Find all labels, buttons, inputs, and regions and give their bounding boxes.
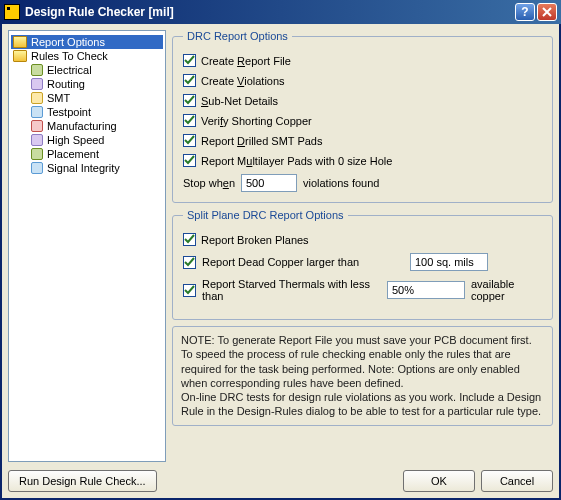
report-multilayer-label: Report Multilayer Pads with 0 size Hole xyxy=(201,155,392,167)
verify-shorting-checkbox[interactable] xyxy=(183,114,196,127)
rule-icon xyxy=(31,106,43,118)
tree-item-label: High Speed xyxy=(47,134,105,146)
split-legend: Split Plane DRC Report Options xyxy=(183,209,348,221)
rule-icon xyxy=(31,148,43,160)
tree-item-testpoint[interactable]: Testpoint xyxy=(11,105,163,119)
cancel-button[interactable]: Cancel xyxy=(481,470,553,492)
note-line-3: On-line DRC tests for design rule violat… xyxy=(181,390,544,419)
rule-icon xyxy=(31,64,43,76)
window-title: Design Rule Checker [mil] xyxy=(25,5,513,19)
create-report-checkbox[interactable] xyxy=(183,54,196,67)
create-report-label: Create Report File xyxy=(201,55,291,67)
folder-icon xyxy=(13,50,27,62)
title-bar: Design Rule Checker [mil] ? xyxy=(0,0,561,24)
create-violations-label: Create Violations xyxy=(201,75,285,87)
window-body: Report OptionsRules To CheckElectricalRo… xyxy=(0,24,561,500)
content-pane: DRC Report Options Create Report File Cr… xyxy=(172,30,553,462)
tree-item-label: Rules To Check xyxy=(31,50,108,62)
starved-thermals-checkbox[interactable] xyxy=(183,284,196,297)
note-line-1: NOTE: To generate Report File you must s… xyxy=(181,333,544,347)
tree-item-label: Manufacturing xyxy=(47,120,117,132)
note-line-2: To speed the process of rule checking en… xyxy=(181,347,544,390)
broken-planes-checkbox[interactable] xyxy=(183,233,196,246)
tree-item-label: Routing xyxy=(47,78,85,90)
starved-thermals-suffix: available copper xyxy=(471,278,542,302)
note-box: NOTE: To generate Report File you must s… xyxy=(172,326,553,426)
tree-item-report-options[interactable]: Report Options xyxy=(11,35,163,49)
split-plane-group: Split Plane DRC Report Options Report Br… xyxy=(172,209,553,320)
tree-item-smt[interactable]: SMT xyxy=(11,91,163,105)
drc-legend: DRC Report Options xyxy=(183,30,292,42)
main-area: Report OptionsRules To CheckElectricalRo… xyxy=(8,30,553,462)
run-drc-button[interactable]: Run Design Rule Check... xyxy=(8,470,157,492)
tree-item-label: Electrical xyxy=(47,64,92,76)
tree-item-routing[interactable]: Routing xyxy=(11,77,163,91)
stop-when-suffix: violations found xyxy=(303,177,379,189)
tree-item-label: Placement xyxy=(47,148,99,160)
tree-item-label: SMT xyxy=(47,92,70,104)
starved-thermals-label: Report Starved Thermals with less than xyxy=(202,278,381,302)
tree-item-label: Testpoint xyxy=(47,106,91,118)
tree-item-placement[interactable]: Placement xyxy=(11,147,163,161)
tree-item-label: Report Options xyxy=(31,36,105,48)
subnet-checkbox[interactable] xyxy=(183,94,196,107)
dead-copper-input[interactable] xyxy=(410,253,488,271)
tree-item-high-speed[interactable]: High Speed xyxy=(11,133,163,147)
subnet-label: Sub-Net Details xyxy=(201,95,278,107)
rule-icon xyxy=(31,162,43,174)
rule-icon xyxy=(31,120,43,132)
verify-shorting-label: Verify Shorting Copper xyxy=(201,115,312,127)
report-multilayer-checkbox[interactable] xyxy=(183,154,196,167)
help-button[interactable]: ? xyxy=(515,3,535,21)
ok-button[interactable]: OK xyxy=(403,470,475,492)
tree-item-signal-integrity[interactable]: Signal Integrity xyxy=(11,161,163,175)
tree-item-rules-to-check[interactable]: Rules To Check xyxy=(11,49,163,63)
report-drilled-label: Report Drilled SMT Pads xyxy=(201,135,322,147)
tree-item-manufacturing[interactable]: Manufacturing xyxy=(11,119,163,133)
rule-icon xyxy=(31,134,43,146)
drc-report-options-group: DRC Report Options Create Report File Cr… xyxy=(172,30,553,203)
dead-copper-label: Report Dead Copper larger than xyxy=(202,256,404,268)
tree-item-electrical[interactable]: Electrical xyxy=(11,63,163,77)
stop-when-input[interactable] xyxy=(241,174,297,192)
broken-planes-label: Report Broken Planes xyxy=(201,234,309,246)
button-bar: Run Design Rule Check... OK Cancel xyxy=(8,462,553,492)
tree-item-label: Signal Integrity xyxy=(47,162,120,174)
tree-pane[interactable]: Report OptionsRules To CheckElectricalRo… xyxy=(8,30,166,462)
rule-icon xyxy=(31,92,43,104)
dead-copper-checkbox[interactable] xyxy=(183,256,196,269)
stop-when-prefix: Stop when xyxy=(183,177,235,189)
report-drilled-checkbox[interactable] xyxy=(183,134,196,147)
starved-thermals-input[interactable] xyxy=(387,281,465,299)
create-violations-checkbox[interactable] xyxy=(183,74,196,87)
app-icon xyxy=(4,4,20,20)
folder-icon xyxy=(13,36,27,48)
rule-icon xyxy=(31,78,43,90)
close-button[interactable] xyxy=(537,3,557,21)
